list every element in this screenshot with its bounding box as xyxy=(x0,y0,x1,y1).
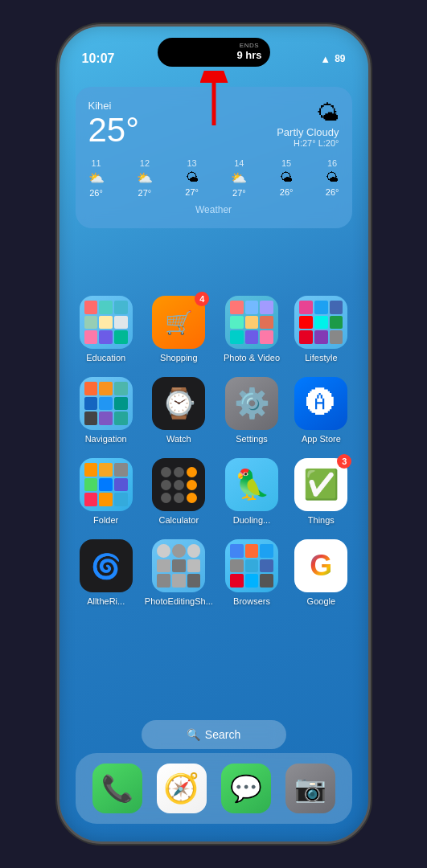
app-alltherings[interactable]: 🌀 AlltheRi... xyxy=(76,539,137,606)
weather-left: Kihei 25° xyxy=(88,100,140,149)
app-shopping[interactable]: 🛒 4 Shopping xyxy=(145,296,213,362)
search-label: Search xyxy=(205,728,240,741)
shopping-badge: 4 xyxy=(195,292,209,306)
app-photo-video[interactable]: Photo & Video xyxy=(221,296,282,362)
forecast-temp: 26° xyxy=(280,187,294,197)
search-icon: 🔍 xyxy=(187,728,200,741)
di-right-content: ENDS 9 hrs xyxy=(236,43,261,62)
education-label: Education xyxy=(86,353,125,362)
di-ends-label: ENDS xyxy=(236,43,261,49)
forecast-day-3: 13 🌤 27° xyxy=(185,158,199,198)
things-icon: ✅ 3 xyxy=(294,458,347,511)
di-hours-label: 9 hrs xyxy=(236,49,261,62)
lifestyle-label: Lifestyle xyxy=(305,353,337,362)
app-settings[interactable]: ⚙️ Settings xyxy=(221,377,282,444)
messages-icon: 💬 xyxy=(230,773,262,804)
status-time: 10:07 xyxy=(82,51,115,66)
forecast-icon: 🌤 xyxy=(326,170,339,185)
settings-icon: ⚙️ xyxy=(225,377,278,430)
browsers-label: Browsers xyxy=(233,596,270,606)
app-appstore[interactable]: 🅐 App Store xyxy=(290,377,351,444)
alltherings-icon: 🌀 xyxy=(80,539,133,592)
app-photoediting[interactable]: PhotoEditingSh... xyxy=(145,539,213,606)
folder-label: Folder xyxy=(93,515,118,525)
forecast-date: 15 xyxy=(281,158,291,168)
camera-icon: 📷 xyxy=(294,773,326,804)
dock-phone[interactable]: 📞 xyxy=(92,764,142,813)
duolingo-label: Duoling... xyxy=(233,515,270,525)
dock: 📞 🧭 💬 📷 xyxy=(76,753,352,824)
calculator-label: Calculator xyxy=(159,515,199,525)
forecast-icon: ⛅ xyxy=(88,170,105,186)
alltherings-label: AlltheRi... xyxy=(87,596,125,606)
forecast-icon: ⛅ xyxy=(137,170,153,186)
watch-icon: ⌚ xyxy=(152,377,205,430)
photoediting-label: PhotoEditingSh... xyxy=(145,596,213,606)
forecast-temp: 27° xyxy=(232,188,246,198)
forecast-icon: 🌤 xyxy=(186,170,199,185)
app-calculator[interactable]: Calculator xyxy=(145,458,213,525)
di-left-content: ☂ xyxy=(166,46,176,59)
photo-video-icon xyxy=(225,296,278,349)
navigation-label: Navigation xyxy=(85,434,127,444)
forecast-temp: 27° xyxy=(138,188,152,198)
red-arrow-annotation xyxy=(190,71,238,127)
app-grid: Education 🛒 4 Shopping xyxy=(76,296,352,606)
forecast-temp: 26° xyxy=(326,187,339,197)
navigation-icon xyxy=(80,377,133,430)
dynamic-island: ☂ ENDS 9 hrs xyxy=(158,38,270,67)
app-duolingo[interactable]: 🦜 Duoling... xyxy=(221,458,282,525)
forecast-temp: 26° xyxy=(89,188,103,198)
forecast-date: 14 xyxy=(234,158,244,168)
lifestyle-icon xyxy=(294,296,347,349)
app-navigation[interactable]: Navigation xyxy=(76,377,137,444)
shopping-icon: 🛒 4 xyxy=(152,296,205,349)
app-watch[interactable]: ⌚ Watch xyxy=(145,377,213,444)
duolingo-icon: 🦜 xyxy=(225,458,278,511)
weather-temperature: 25° xyxy=(88,112,140,149)
photo-video-label: Photo & Video xyxy=(224,353,280,362)
dock-messages[interactable]: 💬 xyxy=(221,764,271,813)
dock-camera[interactable]: 📷 xyxy=(285,764,335,813)
photoediting-icon xyxy=(152,539,205,592)
safari-icon: 🧭 xyxy=(163,772,199,805)
weather-icon: 🌤 xyxy=(277,100,339,126)
search-bar[interactable]: 🔍 Search xyxy=(142,720,286,749)
app-browsers[interactable]: Browsers xyxy=(221,539,282,606)
forecast-day-1: 11 ⛅ 26° xyxy=(88,158,105,198)
app-things[interactable]: ✅ 3 Things xyxy=(290,458,351,525)
forecast-date: 16 xyxy=(327,158,337,168)
google-icon: G xyxy=(294,539,347,592)
google-label: Google xyxy=(307,596,335,606)
app-google[interactable]: G Google xyxy=(290,539,351,606)
weather-condition: 🌤 Partly Cloudy H:27° L:20° xyxy=(277,100,339,148)
weather-high-low: H:27° L:20° xyxy=(277,138,339,148)
dock-safari[interactable]: 🧭 xyxy=(157,764,207,813)
app-folder[interactable]: Folder xyxy=(76,458,137,525)
weather-location: Kihei xyxy=(88,100,140,112)
forecast-day-6: 16 🌤 26° xyxy=(326,158,339,198)
forecast-date: 12 xyxy=(140,158,150,168)
forecast-date: 11 xyxy=(91,158,101,168)
app-lifestyle[interactable]: Lifestyle xyxy=(290,296,351,362)
calculator-icon xyxy=(152,458,205,511)
forecast-day-5: 15 🌤 26° xyxy=(280,158,294,198)
wifi-icon: ▲ xyxy=(320,53,331,65)
things-badge: 3 xyxy=(337,454,351,469)
weather-widget-label: Weather xyxy=(88,204,339,215)
phone-icon: 📞 xyxy=(101,773,133,804)
forecast-date: 13 xyxy=(187,158,197,168)
settings-label: Settings xyxy=(236,434,268,444)
things-label: Things xyxy=(308,515,335,525)
appstore-icon: 🅐 xyxy=(294,377,347,430)
appstore-label: App Store xyxy=(302,434,341,444)
weather-condition-text: Partly Cloudy xyxy=(277,126,339,138)
battery-indicator: 89 xyxy=(335,53,345,64)
folder-icon xyxy=(80,458,133,511)
forecast-icon: 🌤 xyxy=(280,170,293,185)
umbrella-icon: ☂ xyxy=(166,46,176,59)
app-education[interactable]: Education xyxy=(76,296,137,362)
forecast-day-4: 14 ⛅ 27° xyxy=(231,158,247,198)
browsers-icon xyxy=(225,539,278,592)
education-icon xyxy=(80,296,133,349)
